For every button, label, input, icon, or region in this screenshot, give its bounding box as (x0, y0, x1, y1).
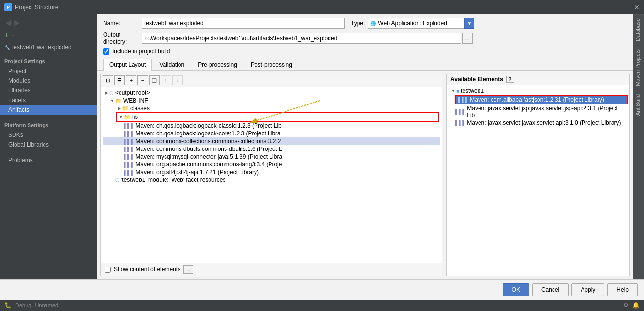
tab-post-processing[interactable]: Post-processing (244, 59, 299, 70)
lib-icon: ▌▌▌ (124, 131, 134, 136)
toggle-icon: ▶ (104, 90, 109, 95)
output-dir-input[interactable] (142, 33, 461, 44)
show-content-dots-button[interactable]: ... (183, 265, 193, 274)
nav-arrows: ◀ ▶ (0, 16, 97, 29)
toggle-icon: ▼ (109, 98, 115, 103)
lib-icon: ▌▌▌ (124, 154, 134, 160)
sidebar-item-problems[interactable]: Problems (0, 155, 97, 165)
browse-button[interactable]: … (462, 33, 473, 44)
include-project-build-checkbox[interactable] (103, 48, 109, 55)
lib-icon: ▌▌▌ (455, 120, 465, 126)
type-dropdown-container: 🌐 Web Application: Exploded ▼ (368, 18, 474, 29)
available-header-label: Available Elements (450, 76, 503, 83)
tree-node-slf4j[interactable]: ▌▌▌ Maven: org.slf4j:slf4j-api:1.7.21 (P… (103, 168, 440, 176)
form-area: Name: Type: 🌐 Web Application: Exploded … (97, 14, 633, 59)
side-tab-ant[interactable]: Ant Build (633, 90, 644, 119)
apply-button[interactable]: Apply (571, 283, 604, 296)
module-icon: ⬡ (115, 178, 120, 183)
available-help-button[interactable]: ? (506, 76, 514, 83)
tree-node-lib[interactable]: ▼ 📁 lib (116, 112, 439, 122)
avail-fastjson-wrapper: ▌▌▌ Maven: com.alibaba:fastjson:1.2.31 (… (449, 95, 628, 104)
avail-node-fastjson[interactable]: ▌▌▌ Maven: com.alibaba:fastjson:1.2.31 (… (455, 95, 628, 104)
name-input[interactable] (142, 18, 345, 29)
sidebar-item-facets[interactable]: Facets (0, 95, 97, 105)
sidebar-remove-button[interactable]: − (11, 31, 15, 40)
close-button[interactable]: ✕ (634, 3, 640, 11)
show-content-label: Show content of elements (114, 266, 180, 273)
tree-node-commons-dbutils[interactable]: ▌▌▌ Maven: commons-dbutils:commons-dbuti… (103, 145, 440, 153)
app-icon: P (4, 3, 12, 11)
sidebar-item-project[interactable]: Project (0, 66, 97, 76)
tree-content: ▶ ⬡ <output root> ▼ 📁 WEB-INF ▶ (101, 87, 442, 263)
tree-node-commons-collections[interactable]: ▌▌▌ Maven: commons-collections:commons-c… (103, 137, 440, 145)
tab-validation[interactable]: Validation (153, 59, 191, 70)
type-dropdown[interactable]: 🌐 Web Application: Exploded (368, 18, 464, 29)
output-root-label: <output root> (115, 89, 150, 96)
tree-node-logback-classic[interactable]: ▌▌▌ Maven: ch.qos.logback:logback-classi… (103, 122, 440, 130)
fastjson-label: Maven: com.alibaba:fastjson:1.2.31 (Proj… (470, 96, 604, 103)
sidebar-global-libraries-label: Global Libraries (8, 141, 49, 148)
tree-node-mysql[interactable]: ▌▌▌ Maven: mysql:mysql-connector-java:5.… (103, 153, 440, 161)
sidebar-item-artifacts[interactable]: Artifacts (0, 105, 97, 115)
tree-node-testweb1-module[interactable]: ⬡ 'testweb1' module: 'Web' facet resourc… (103, 176, 440, 184)
tab-pre-processing[interactable]: Pre-processing (192, 59, 243, 70)
commons-collections-label: Maven: commons-collections:commons-colle… (135, 138, 281, 145)
avail-node-testweb1[interactable]: ▼ ■ testweb1 (449, 87, 628, 95)
folder-icon: 📁 (115, 98, 122, 104)
remove-toolbar-btn[interactable]: − (137, 75, 148, 85)
sidebar-add-button[interactable]: + (4, 31, 9, 40)
list-toolbar-btn[interactable]: ☰ (114, 75, 125, 85)
lib-icon: ▌▌▌ (124, 123, 134, 129)
tab-output-layout[interactable]: Output Layout (103, 59, 152, 71)
notification-icon[interactable]: 🔔 (632, 302, 640, 309)
sidebar-problems-label: Problems (8, 157, 33, 163)
side-tab-maven-label: Maven Projects (635, 49, 641, 86)
commons-lang-label: Maven: org.apache.commons:commons-lang3:… (135, 161, 282, 168)
platform-settings-section: Platform Settings SDKs Global Libraries (0, 118, 97, 149)
avail-node-jsp[interactable]: ▌▌▌ Maven: javax.servlet.jsp:javax.servl… (449, 104, 628, 119)
servlet-label: Maven: javax.servlet:javax.servlet-api:3… (467, 119, 621, 126)
sidebar-toolbar: + − (0, 29, 97, 42)
help-button[interactable]: Help (607, 283, 638, 296)
back-arrow[interactable]: ◀ (4, 18, 12, 27)
tree-node-webinf[interactable]: ▼ 📁 WEB-INF (103, 97, 440, 104)
tree-node-logback-core[interactable]: ▌▌▌ Maven: ch.qos.logback:logback-core:1… (103, 130, 440, 137)
show-content-checkbox[interactable] (105, 267, 111, 273)
tree-node-output-root[interactable]: ▶ ⬡ <output root> (103, 89, 440, 97)
folder-icon: 📁 (122, 105, 129, 112)
settings-icon[interactable]: ⚙ (623, 302, 629, 309)
add-toolbar-btn[interactable]: + (126, 75, 136, 85)
sidebar-item-global-libraries[interactable]: Global Libraries (0, 140, 97, 149)
artifact-item[interactable]: 🔧 testweb1:war exploded (0, 42, 97, 53)
toggle-icon: ▶ (116, 106, 122, 111)
sidebar-item-sdks[interactable]: SDKs (0, 130, 97, 140)
webinf-label: WEB-INF (123, 97, 148, 104)
sidebar-item-modules[interactable]: Modules (0, 76, 97, 86)
side-tab-database[interactable]: Database (633, 14, 644, 45)
lib-icon: ▌▌▌ (124, 170, 134, 175)
ok-button[interactable]: OK (503, 283, 529, 296)
type-dropdown-value: Web Application: Exploded (378, 20, 447, 27)
side-tab-maven[interactable]: Maven Projects (633, 45, 644, 90)
type-dropdown-arrow[interactable]: ▼ (464, 18, 474, 29)
tree-node-classes[interactable]: ▶ 📁 classes (103, 104, 440, 112)
name-row: Name: Type: 🌐 Web Application: Exploded … (103, 18, 627, 29)
up-toolbar-btn[interactable]: ↑ (161, 75, 171, 85)
expand-toolbar-btn[interactable]: ❏ (149, 75, 160, 85)
platform-settings-header: Platform Settings (0, 118, 97, 130)
sidebar-modules-label: Modules (8, 77, 30, 84)
sidebar-facets-label: Facets (8, 97, 26, 104)
down-toolbar-btn[interactable]: ↓ (172, 75, 183, 85)
avail-node-servlet[interactable]: ▌▌▌ Maven: javax.servlet:javax.servlet-a… (449, 119, 628, 127)
tree-node-commons-lang[interactable]: ▌▌▌ Maven: org.apache.commons:commons-la… (103, 161, 440, 168)
cancel-button[interactable]: Cancel (532, 283, 569, 296)
output-dir-row: Output directory: … (103, 31, 627, 45)
lib-icon: ▌▌▌ (124, 162, 134, 167)
forward-arrow[interactable]: ▶ (13, 18, 21, 27)
sidebar-item-libraries[interactable]: Libraries (0, 86, 97, 95)
type-dropdown-icon: 🌐 (370, 21, 376, 26)
window-title: Project Structure (15, 4, 634, 11)
testweb1-module-label: 'testweb1' module: 'Web' facet resources (121, 177, 225, 183)
copy-toolbar-btn[interactable]: ⊡ (103, 75, 113, 85)
slf4j-label: Maven: org.slf4j:slf4j-api:1.7.21 (Proje… (135, 169, 259, 176)
